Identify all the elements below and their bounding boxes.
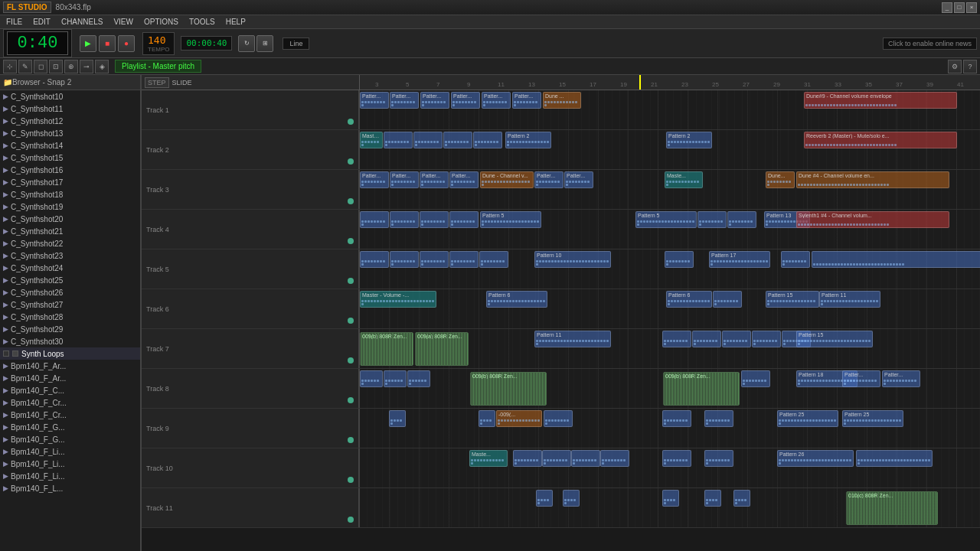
- sidebar-item-0[interactable]: ▶C_Synthshot10: [0, 90, 140, 103]
- clip-5-3[interactable]: [713, 291, 742, 308]
- clip-0-3[interactable]: Patter...: [451, 92, 480, 109]
- track-toggle-2[interactable]: [348, 198, 354, 204]
- clip-1-2[interactable]: [413, 132, 443, 148]
- clip-6-3[interactable]: [662, 331, 691, 347]
- menu-view[interactable]: VIEW: [110, 17, 136, 27]
- clip-2-8[interactable]: Dune...: [766, 171, 795, 188]
- sidebar-item-26[interactable]: ▶Bpm140_F_Cr...: [0, 409, 140, 421]
- help-btn[interactable]: ?: [963, 60, 977, 73]
- sidebar-item-22[interactable]: ▶Bpm140_F_Ar...: [0, 360, 140, 372]
- clip-1-4[interactable]: [473, 132, 502, 148]
- clip-2-4[interactable]: Dune - Channel v...: [480, 171, 534, 188]
- clip-8-1[interactable]: [479, 410, 495, 427]
- cursor-tool[interactable]: ⊹: [3, 60, 17, 73]
- snap-button[interactable]: ⊞: [256, 35, 273, 52]
- clip-wave-7-4[interactable]: 009(b) 808R Zen...: [663, 372, 740, 406]
- clip-wave-6-1[interactable]: 009(a) 808R Zen...: [415, 332, 469, 366]
- track-toggle-1[interactable]: [348, 158, 354, 165]
- track-content-0[interactable]: Patter...Patter...Patter...Patter...Patt…: [360, 90, 980, 129]
- clip-8-2[interactable]: -009(...: [496, 410, 542, 427]
- clip-7-8[interactable]: Patter...: [882, 370, 920, 387]
- clip-10-1[interactable]: [563, 490, 580, 507]
- clip-4-5[interactable]: Pattern 10: [534, 251, 611, 268]
- clip-6-2[interactable]: Pattern 11: [534, 331, 611, 347]
- eraser-tool[interactable]: ◻: [34, 60, 47, 73]
- sidebar-item-18[interactable]: ▶C_Synthshot28: [0, 311, 140, 323]
- sidebar-item-25[interactable]: ▶Bpm140_F_Cr...: [0, 396, 140, 409]
- clip-3-2[interactable]: [420, 211, 449, 228]
- track-toggle-4[interactable]: [348, 278, 354, 284]
- clip-10-3[interactable]: [704, 490, 721, 507]
- clip-5-4[interactable]: Pattern 15: [766, 291, 819, 308]
- clip-4-0[interactable]: [360, 251, 389, 268]
- sidebar-item-3[interactable]: ▶C_Synthshot13: [0, 127, 140, 139]
- clip-2-0[interactable]: Patter...: [360, 171, 389, 188]
- clip-8-0[interactable]: [389, 410, 406, 427]
- sidebar-item-9[interactable]: ▶C_Synthshot19: [0, 201, 140, 213]
- clip-0-1[interactable]: Patter...: [390, 92, 419, 109]
- clip-5-2[interactable]: Pattern 6: [666, 291, 712, 308]
- clip-4-6[interactable]: [665, 251, 694, 268]
- track-content-8[interactable]: -009(...Pattern 25Pattern 25: [360, 409, 980, 448]
- track-content-6[interactable]: 009(b) 808R Zen...009(a) 808R Zen...Patt…: [360, 329, 980, 368]
- clip-9-8[interactable]: [856, 450, 933, 467]
- clip-7-5[interactable]: [741, 370, 770, 387]
- clip-0-6[interactable]: Dune ...: [543, 92, 581, 109]
- track-content-7[interactable]: 009(b) 808R Zen...009(b) 808R Zen...Patt…: [360, 369, 980, 408]
- track-toggle-9[interactable]: [348, 477, 354, 483]
- clip-2-2[interactable]: Patter...: [420, 171, 449, 188]
- clip-2-7[interactable]: Maste...: [665, 171, 703, 188]
- clip-2-6[interactable]: Patter...: [564, 171, 593, 188]
- clip-9-4[interactable]: [600, 450, 629, 467]
- clip-1-6[interactable]: Pattern 2: [666, 132, 712, 148]
- track-toggle-8[interactable]: [348, 437, 354, 443]
- clip-wave-10-5[interactable]: 010(c) 808R Zen...: [846, 491, 938, 525]
- track-content-2[interactable]: Patter...Patter...Patter...Patter...Dune…: [360, 170, 980, 209]
- clip-8-5[interactable]: [704, 410, 733, 427]
- sidebar-item-7[interactable]: ▶C_Synthshot17: [0, 176, 140, 188]
- clip-9-6[interactable]: [704, 450, 733, 467]
- sidebar-item-8[interactable]: ▶C_Synthshot18: [0, 188, 140, 201]
- clip-2-9[interactable]: Dune #4 - Channel volume en...: [796, 171, 949, 188]
- menu-help[interactable]: HELP: [223, 17, 249, 27]
- clip-3-0[interactable]: [360, 211, 389, 228]
- sidebar-item-4[interactable]: ▶C_Synthshot14: [0, 139, 140, 152]
- sidebar-item-5[interactable]: ▶C_Synthshot15: [0, 152, 140, 164]
- track-toggle-7[interactable]: [348, 397, 354, 403]
- clip-6-6[interactable]: [752, 331, 781, 347]
- sidebar-item-24[interactable]: ▶Bpm140_F_C...: [0, 384, 140, 396]
- close-button[interactable]: ×: [966, 2, 977, 13]
- clip-6-5[interactable]: [722, 331, 751, 347]
- clip-0-7[interactable]: Dune#9 - Channel volume envelope: [804, 92, 957, 109]
- clip-4-1[interactable]: [390, 251, 419, 268]
- sidebar-item-16[interactable]: ▶C_Synthshot26: [0, 286, 140, 298]
- clip-4-7[interactable]: Pattern 17: [709, 251, 770, 268]
- clip-1-5[interactable]: Pattern 2: [505, 132, 551, 148]
- sidebar-item-30[interactable]: ▶Bpm140_F_Li...: [0, 458, 140, 470]
- play-button[interactable]: ▶: [80, 35, 96, 52]
- mute-tool[interactable]: ◈: [95, 60, 109, 73]
- sidebar-item-31[interactable]: ▶Bpm140_F_Li...: [0, 470, 140, 482]
- stop-button[interactable]: ■: [99, 35, 116, 52]
- clip-4-4[interactable]: [479, 251, 508, 268]
- track-toggle-10[interactable]: [348, 517, 354, 523]
- clip-4-9[interactable]: [812, 251, 980, 268]
- sidebar-item-20[interactable]: ▶C_Synthshot30: [0, 335, 140, 347]
- maximize-button[interactable]: □: [954, 2, 965, 13]
- clip-0-2[interactable]: Patter...: [420, 92, 449, 109]
- clip-2-5[interactable]: Patter...: [534, 171, 564, 188]
- settings-btn[interactable]: ⚙: [948, 60, 962, 73]
- clip-4-8[interactable]: [781, 251, 810, 268]
- clip-2-1[interactable]: Patter...: [390, 171, 419, 188]
- clip-8-7[interactable]: Pattern 25: [842, 410, 903, 427]
- track-content-10[interactable]: 010(c) 808R Zen...: [360, 488, 980, 527]
- clip-9-5[interactable]: [662, 450, 691, 467]
- clip-wave-6-0[interactable]: 009(b) 808R Zen...: [360, 332, 413, 366]
- clip-7-1[interactable]: [384, 370, 407, 387]
- clip-1-3[interactable]: [443, 132, 472, 148]
- clip-9-2[interactable]: [542, 450, 571, 467]
- sidebar-item-28[interactable]: ▶Bpm140_F_G...: [0, 433, 140, 445]
- loop-button[interactable]: ↻: [238, 35, 255, 52]
- clip-7-2[interactable]: [407, 370, 430, 387]
- select-tool[interactable]: ⊡: [49, 60, 63, 73]
